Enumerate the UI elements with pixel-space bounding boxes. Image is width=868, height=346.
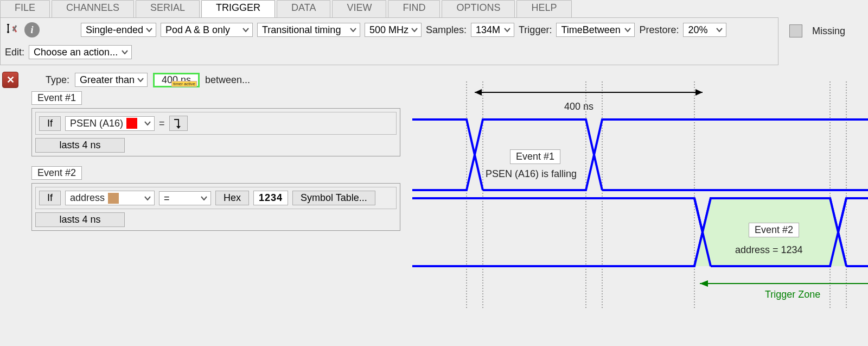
event2-panel: If address = Hex Symbol Table... lasts 4… <box>31 183 400 231</box>
event2-signal-select[interactable]: address <box>65 191 155 205</box>
mode-select[interactable]: Single-ended <box>81 23 156 37</box>
diagram-e1-desc: PSEN (A16) is falling <box>486 168 577 180</box>
event1-if-button[interactable]: If <box>39 116 61 131</box>
edit-action-select[interactable]: Choose an action... <box>29 45 132 59</box>
tab-bar: FILE CHANNELS SERIAL TRIGGER DATA VIEW F… <box>0 0 868 17</box>
svg-marker-16 <box>700 280 708 287</box>
event2-radix-button[interactable]: Hex <box>215 191 249 205</box>
event2-cmp-select[interactable]: = <box>159 191 211 205</box>
missing-label: Missing <box>812 26 845 37</box>
timer-active-badge: timer active <box>171 81 197 87</box>
event1-eq: = <box>159 118 165 129</box>
between-label: between... <box>205 74 250 86</box>
tab-data[interactable]: DATA <box>277 0 330 17</box>
trigger-select[interactable]: TimeBetween <box>556 23 635 37</box>
event2-if-button[interactable]: If <box>39 191 61 205</box>
svg-marker-9 <box>475 89 482 96</box>
comparator-select[interactable]: Greater than <box>75 73 148 87</box>
diagram-e2-title: Event #2 <box>749 223 799 237</box>
type-label: Type: <box>46 74 69 86</box>
tab-help[interactable]: HELP <box>516 0 571 17</box>
event2-symbol-button[interactable]: Symbol Table... <box>292 191 375 205</box>
tab-find[interactable]: FIND <box>388 0 440 17</box>
waveform-diagram: 400 ns Event #1 PSEN (A16) is falling Ev… <box>412 81 868 310</box>
tab-view[interactable]: VIEW <box>332 0 386 17</box>
tab-file[interactable]: FILE <box>0 0 50 17</box>
event1-signal-color <box>126 118 137 129</box>
diagram-e2-desc: address = 1234 <box>735 244 803 256</box>
edit-label: Edit: <box>5 47 24 58</box>
close-button[interactable]: ✕ <box>2 72 18 88</box>
event1-lasts-button[interactable]: lasts 4 ns <box>35 138 125 153</box>
prestore-select[interactable]: 20% <box>683 23 726 37</box>
usb-tools-icon[interactable] <box>5 22 20 37</box>
svg-marker-10 <box>695 89 703 96</box>
toolbar: i Single-ended Pod A & B only Transition… <box>0 17 778 65</box>
samples-select[interactable]: 134M <box>471 23 514 37</box>
pod-select[interactable]: Pod A & B only <box>161 23 253 37</box>
svg-point-0 <box>7 31 9 33</box>
event2-title: Event #2 <box>31 166 82 180</box>
tab-options[interactable]: OPTIONS <box>442 0 515 17</box>
tab-serial[interactable]: SERIAL <box>136 0 200 17</box>
diagram-trigger-zone-label: Trigger Zone <box>765 289 820 300</box>
waveform-svg <box>412 81 868 310</box>
time-value-input[interactable]: 400 ns timer active <box>153 73 200 87</box>
prestore-label: Prestore: <box>639 24 679 36</box>
rate-select[interactable]: 500 MHz <box>365 23 422 37</box>
falling-edge-icon <box>173 117 184 129</box>
event1-signal-select[interactable]: PSEN (A16) <box>65 116 155 131</box>
event1-title: Event #1 <box>31 91 82 105</box>
event2-signal-color <box>108 193 119 204</box>
diagram-span-label: 400 ns <box>564 101 593 112</box>
event2-value-input[interactable] <box>253 191 288 205</box>
tab-channels[interactable]: CHANNELS <box>52 0 134 17</box>
event2-signal-text: address <box>70 192 105 204</box>
missing-indicator <box>789 24 802 37</box>
event2-lasts-button[interactable]: lasts 4 ns <box>35 212 125 227</box>
samples-label: Samples: <box>426 24 467 36</box>
info-icon[interactable]: i <box>24 22 40 37</box>
trigger-label: Trigger: <box>519 24 552 36</box>
event1-signal-text: PSEN (A16) <box>70 118 123 129</box>
event1-edge-button[interactable] <box>169 116 188 131</box>
event1-panel: If PSEN (A16) = lasts 4 ns <box>31 108 400 156</box>
timing-select[interactable]: Transitional timing <box>257 23 360 37</box>
tab-trigger[interactable]: TRIGGER <box>201 0 275 17</box>
diagram-e1-title: Event #1 <box>510 149 560 164</box>
